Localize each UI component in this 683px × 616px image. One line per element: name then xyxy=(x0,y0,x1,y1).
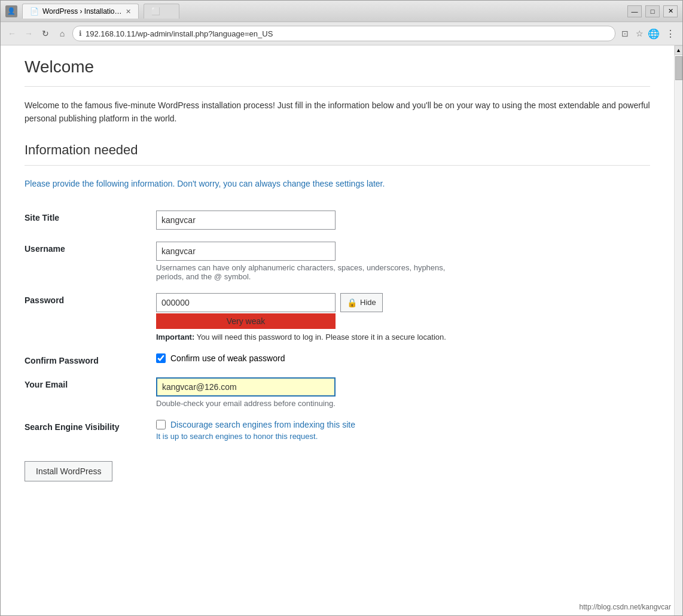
divider-1 xyxy=(25,86,650,87)
username-label: Username xyxy=(25,236,156,287)
active-tab-label: WordPress › Installatio… xyxy=(42,7,122,16)
tab-doc-icon: 📄 xyxy=(30,7,39,16)
password-input-row: 🔒 Hide xyxy=(156,293,650,312)
menu-button[interactable]: ⋮ xyxy=(663,28,678,39)
site-title-label: Site Title xyxy=(25,205,156,236)
hide-password-button[interactable]: 🔒 Hide xyxy=(340,293,383,312)
tab-close-button[interactable]: ✕ xyxy=(126,8,131,16)
back-button[interactable]: ← xyxy=(5,27,19,40)
security-icon: ℹ xyxy=(79,29,82,38)
password-input[interactable] xyxy=(157,294,335,312)
confirm-password-field: Confirm use of weak password xyxy=(156,347,650,371)
username-field: Usernames can have only alphanumeric cha… xyxy=(156,236,650,287)
confirm-checkbox-label: Confirm use of weak password xyxy=(170,353,285,363)
confirm-password-row: Confirm Password Confirm use of weak pas… xyxy=(25,347,650,371)
search-engine-checkbox[interactable] xyxy=(156,420,166,429)
forward-button[interactable]: → xyxy=(22,27,35,40)
important-note: Important: You will need this password t… xyxy=(156,333,650,341)
username-hint: Usernames can have only alphanumeric cha… xyxy=(156,263,455,281)
email-hint: Double-check your email address before c… xyxy=(156,399,650,408)
password-field: 🔒 Hide Very weak Important: You will nee… xyxy=(156,287,650,347)
bookmark-icon[interactable]: ☆ xyxy=(633,28,645,39)
username-input[interactable] xyxy=(156,242,336,261)
confirm-checkbox-row: Confirm use of weak password xyxy=(156,353,650,363)
welcome-title: Welcome xyxy=(25,57,650,77)
address-icons: ⊡ ☆ 🌐 xyxy=(619,28,660,39)
email-label: Your Email xyxy=(25,371,156,414)
password-row: Password 🔒 Hide xyxy=(25,287,650,347)
scroll-thumb[interactable] xyxy=(675,56,682,80)
active-tab[interactable]: 📄 WordPress › Installatio… ✕ xyxy=(22,4,139,19)
minimize-button[interactable]: — xyxy=(627,5,642,17)
close-button[interactable]: ✕ xyxy=(663,5,678,17)
main-content-area: Welcome Welcome to the famous five-minut… xyxy=(1,45,674,615)
site-title-field xyxy=(156,205,650,236)
eye-slash-icon: 🔒 xyxy=(347,298,357,307)
site-title-input[interactable] xyxy=(156,211,336,230)
search-engine-checkbox-row: Discourage search engines from indexing … xyxy=(156,420,650,429)
site-title-row: Site Title xyxy=(25,205,650,236)
search-engine-field: Discourage search engines from indexing … xyxy=(156,414,650,447)
url-display: 192.168.10.11/wp-admin/install.php?langu… xyxy=(86,29,273,38)
cast-icon[interactable]: ⊡ xyxy=(619,28,631,39)
page-content: Welcome Welcome to the famous five-minut… xyxy=(1,45,682,615)
search-engine-hint: It is up to search engines to honor this… xyxy=(156,432,650,441)
welcome-text: Welcome to the famous five-minute WordPr… xyxy=(25,99,650,126)
address-bar: ← → ↻ ⌂ ℹ 192.168.10.11/wp-admin/install… xyxy=(1,22,682,45)
email-input[interactable] xyxy=(156,377,336,397)
password-label: Password xyxy=(25,287,156,347)
search-engine-label: Search Engine Visibility xyxy=(25,414,156,447)
email-field-cell: Double-check your email address before c… xyxy=(156,371,650,414)
inactive-tab-label: ⬜ xyxy=(151,7,160,16)
confirm-password-label: Confirm Password xyxy=(25,347,156,371)
installation-form: Site Title Username Usernames can have o… xyxy=(25,205,650,447)
username-row: Username Usernames can have only alphanu… xyxy=(25,236,650,287)
account-icon[interactable]: 🌐 xyxy=(648,28,660,39)
scrollbar: ▲ xyxy=(674,45,682,615)
reload-button[interactable]: ↻ xyxy=(39,27,52,40)
url-input-box[interactable]: ℹ 192.168.10.11/wp-admin/install.php?lan… xyxy=(72,26,615,41)
email-row: Your Email Double-check your email addre… xyxy=(25,371,650,414)
inactive-tab[interactable]: ⬜ xyxy=(144,4,179,19)
scroll-up-button[interactable]: ▲ xyxy=(675,45,683,55)
confirm-weak-password-checkbox[interactable] xyxy=(156,353,166,363)
info-text: Please provide the following information… xyxy=(25,178,650,190)
password-strength-bar: Very weak xyxy=(156,313,336,329)
hide-button-label: Hide xyxy=(360,298,376,307)
footer-url: http://blog.csdn.net/kangvcar xyxy=(580,603,671,611)
title-bar: 👤 📄 WordPress › Installatio… ✕ ⬜ — □ ✕ xyxy=(1,1,682,22)
divider-2 xyxy=(25,165,650,166)
window-controls: — □ ✕ xyxy=(627,5,678,17)
install-wordpress-button[interactable]: Install WordPress xyxy=(25,461,112,481)
info-needed-title: Information needed xyxy=(25,142,650,158)
search-engine-checkbox-label: Discourage search engines from indexing … xyxy=(170,420,355,429)
maximize-button[interactable]: □ xyxy=(645,5,660,17)
home-button[interactable]: ⌂ xyxy=(56,27,69,40)
search-engine-row: Search Engine Visibility Discourage sear… xyxy=(25,414,650,447)
strength-label: Very weak xyxy=(227,316,266,326)
password-input-wrap xyxy=(156,293,336,312)
